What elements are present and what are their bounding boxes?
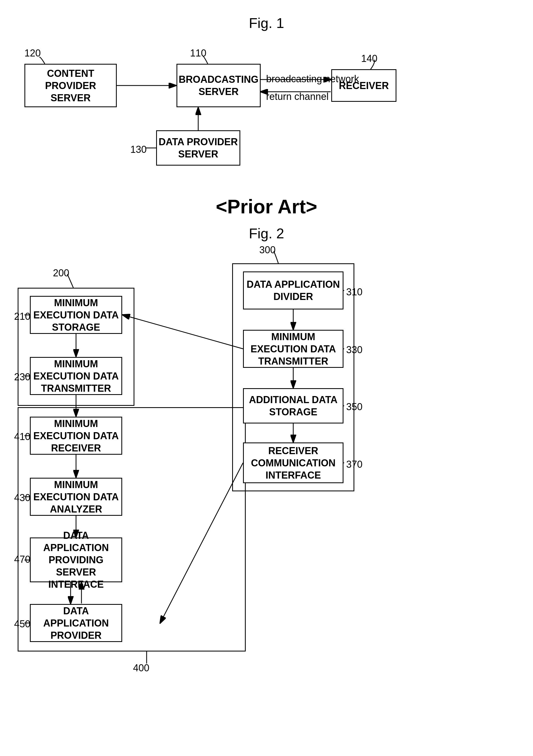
min-exec-storage-label: MINIMUM EXECUTION DATA STORAGE [31,297,121,333]
data-provider-server-box: DATA PROVIDER SERVER [156,130,240,166]
label-300: 300 [259,244,276,256]
data-app-providing-server-label: DATA APPLICATION PROVIDING SERVER INTERF… [31,529,121,590]
label-140: 140 [361,53,378,64]
min-exec-storage-box: MINIMUM EXECUTION DATA STORAGE [30,296,122,334]
data-provider-server-label: DATA PROVIDER SERVER [157,136,239,160]
data-app-provider-label: DATA APPLICATION PROVIDER [31,605,121,641]
broadcasting-server-box: BROADCASTING SERVER [177,64,261,107]
prior-art-title: <Prior Art> [0,196,533,218]
min-exec-receiver-label: MINIMUM EXECUTION DATA RECEIVER [31,418,121,454]
additional-data-storage-label: ADDITIONAL DATA STORAGE [244,393,343,418]
min-exec-transmitter-right-label: MINIMUM EXECUTION DATA TRANSMITTER [244,331,343,367]
svg-line-8 [123,315,243,349]
min-exec-transmitter-left-box: MINIMUM EXECUTION DATA TRANSMITTER [30,357,122,395]
label-110: 110 [190,47,206,59]
label-130: 130 [130,144,147,155]
content-provider-server-label: CONTENT PROVIDER SERVER [25,67,116,104]
label-120: 120 [24,47,41,59]
broadcasting-network-label: broadcasting network [266,73,359,85]
broadcasting-server-label: BROADCASTING SERVER [177,73,260,98]
receiver-comm-interface-label: RECEIVER COMMUNICATION INTERFACE [244,445,343,481]
data-app-divider-box: DATA APPLICATION DIVIDER [243,271,344,310]
receiver-comm-interface-box: RECEIVER COMMUNICATION INTERFACE [243,443,344,483]
additional-data-storage-box: ADDITIONAL DATA STORAGE [243,388,344,423]
data-app-divider-label: DATA APPLICATION DIVIDER [244,278,343,303]
fig1-title: Fig. 1 [0,15,533,31]
min-exec-analyzer-label: MINIMUM EXECUTION DATA ANALYZER [31,478,121,515]
data-app-providing-server-box: DATA APPLICATION PROVIDING SERVER INTERF… [30,537,122,582]
min-exec-receiver-box: MINIMUM EXECUTION DATA RECEIVER [30,417,122,455]
label-400: 400 [133,662,149,674]
content-provider-server-box: CONTENT PROVIDER SERVER [24,64,117,107]
min-exec-transmitter-left-label: MINIMUM EXECUTION DATA TRANSMITTER [31,358,121,394]
fig2-title: Fig. 2 [0,225,533,242]
return-channel-label: return channel [266,91,328,102]
page: Fig. 1 CONTENT PROVIDER SERVER 120 BROAD… [0,0,533,756]
min-exec-transmitter-right-box: MINIMUM EXECUTION DATA TRANSMITTER [243,330,344,368]
data-app-provider-box: DATA APPLICATION PROVIDER [30,604,122,642]
min-exec-analyzer-box: MINIMUM EXECUTION DATA ANALYZER [30,478,122,516]
label-200: 200 [53,267,69,279]
